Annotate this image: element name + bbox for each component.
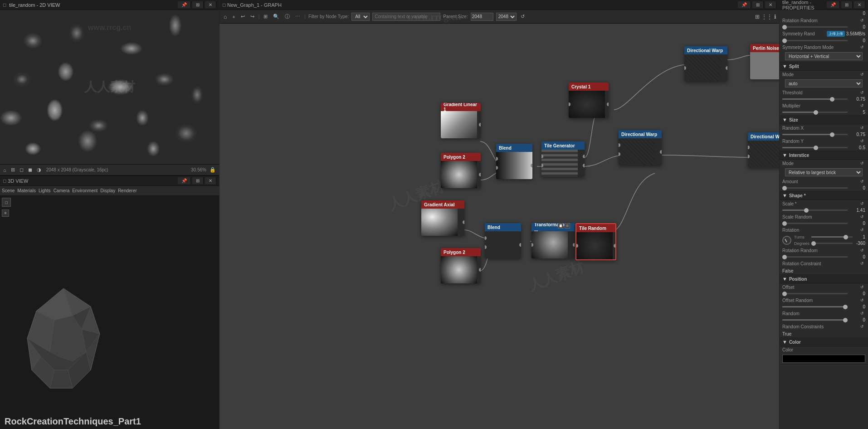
nav-display[interactable]: Display xyxy=(100,188,115,193)
view2d-solid-btn[interactable]: ◼ xyxy=(27,166,34,173)
random-y-reset[interactable]: ↺ xyxy=(859,138,865,144)
rotation-random-prop-thumb[interactable] xyxy=(782,255,787,259)
node-polygon2[interactable]: Polygon 2 xyxy=(441,248,481,283)
offset-slider[interactable] xyxy=(782,293,848,294)
props-close-btn[interactable]: ✕ xyxy=(854,1,865,8)
nav-lights[interactable]: Lights xyxy=(39,188,51,193)
offset-random-thumb[interactable] xyxy=(843,305,848,309)
graph-pin-btn[interactable]: 📌 xyxy=(738,1,751,8)
symmetry-rand-thumb[interactable] xyxy=(782,39,787,43)
graph-expand-btn[interactable]: ⊞ xyxy=(752,1,764,8)
node-tile-generator[interactable]: Tile Generator xyxy=(541,141,585,177)
rotation-random-prop-reset[interactable]: ↺ xyxy=(859,248,865,253)
node-polygon2-port-right[interactable] xyxy=(479,268,481,272)
random-y-thumb[interactable] xyxy=(814,146,818,150)
parent-size-unit[interactable]: 2048 xyxy=(496,13,517,21)
node-directional-warp2-port-right[interactable] xyxy=(726,66,727,70)
parent-size-input[interactable] xyxy=(471,13,493,21)
graph-info-btn[interactable]: ⓘ xyxy=(283,13,291,20)
view2d-grid-btn[interactable]: ⊞ xyxy=(10,166,16,173)
node-directional-warp1[interactable]: Directional Warp xyxy=(619,130,662,166)
node-gradient-axial-port-right[interactable] xyxy=(463,220,464,224)
size-section-header[interactable]: ▼ Size xyxy=(780,116,868,124)
node-tile-random-port-right[interactable] xyxy=(614,244,616,248)
pin-btn[interactable]: 📌 xyxy=(178,1,191,8)
position-random-reset[interactable]: ↺ xyxy=(859,311,865,316)
nav-renderer[interactable]: Renderer xyxy=(118,188,137,193)
random-x-slider[interactable] xyxy=(782,134,848,135)
rotation-random-thumb[interactable] xyxy=(782,25,787,29)
node-gradient-axial[interactable]: Gradient Axial xyxy=(421,200,464,236)
scale-reset[interactable]: ↺ xyxy=(859,201,865,206)
rotation-random-prop-slider[interactable] xyxy=(782,256,848,258)
random-constraints-reset[interactable]: ↺ xyxy=(859,324,865,329)
interstice-mode-select[interactable]: Relative to largest brick xyxy=(785,168,863,176)
scale-slider[interactable] xyxy=(782,210,848,211)
props-pin-btn[interactable]: 📌 xyxy=(827,1,840,8)
expand-btn[interactable]: ⊞ xyxy=(192,1,204,8)
random-x-reset[interactable]: ↺ xyxy=(859,125,865,131)
graph-zoom-fit-btn[interactable]: ⊞ xyxy=(262,13,269,20)
upload-btn[interactable]: 上传上传 xyxy=(827,31,845,37)
scale-random-reset[interactable]: ↺ xyxy=(859,214,865,219)
view2d-shaded-btn[interactable]: ◑ xyxy=(35,166,43,173)
rotation-reset[interactable]: ↺ xyxy=(859,227,865,233)
node-crystal1-port-right[interactable] xyxy=(607,102,609,106)
view2d-wireframe-btn[interactable]: ◻ xyxy=(18,166,25,173)
node-polygon1[interactable]: Polygon 2 xyxy=(441,153,481,188)
node-blend1[interactable]: Blend xyxy=(496,144,532,179)
scale-thumb[interactable] xyxy=(804,208,809,213)
random-x-thumb[interactable] xyxy=(830,132,834,137)
multiplier-slider[interactable] xyxy=(782,112,848,113)
node-directional-warp3[interactable]: Directional Warp xyxy=(748,132,779,168)
scale-random-thumb[interactable] xyxy=(782,221,787,226)
node-icon2[interactable]: ⊞ xyxy=(565,223,570,229)
graph-undo-btn[interactable]: ↩ xyxy=(239,13,246,20)
degrees-thumb[interactable] xyxy=(811,241,816,246)
turns-slider[interactable] xyxy=(811,236,853,238)
node-transformation-port-right[interactable] xyxy=(573,243,575,247)
node-transformation[interactable]: Transformation ... 📋 ⊞ xyxy=(532,223,575,258)
node-tile-generator-port-right1[interactable] xyxy=(583,155,585,158)
rotation-circle[interactable] xyxy=(782,236,791,245)
node-perlin-noise[interactable]: Perlin Noise xyxy=(750,44,779,79)
shape-section-header[interactable]: ▼ Shape * xyxy=(780,191,868,200)
node-directional-warp1-port-right[interactable] xyxy=(660,150,662,154)
filter-refresh-btn[interactable]: ↺ xyxy=(519,13,526,20)
threshold-slider[interactable] xyxy=(782,98,848,100)
multiplier-reset[interactable]: ↺ xyxy=(859,103,865,108)
graph-home-btn[interactable]: ⌂ xyxy=(222,13,228,20)
interstice-mode-reset[interactable]: ↺ xyxy=(859,161,865,166)
interstice-section-header[interactable]: ▼ Interstice xyxy=(780,151,868,160)
view2d-home-btn[interactable]: ⌂ xyxy=(2,167,8,173)
view2d-lock-btn[interactable]: 🔒 xyxy=(208,166,217,173)
rotation-constraint-reset[interactable]: ↺ xyxy=(859,261,865,266)
nav-environment[interactable]: Environment xyxy=(72,188,98,193)
node-blend1-port-right[interactable] xyxy=(531,164,532,167)
rotation-random-reset[interactable]: ↺ xyxy=(859,18,865,23)
degrees-slider[interactable] xyxy=(811,243,853,244)
position-section-header[interactable]: ▼ Position xyxy=(780,275,868,283)
offset-random-slider[interactable] xyxy=(782,306,848,307)
nav-camera[interactable]: Camera xyxy=(54,188,70,193)
interstice-amount-thumb[interactable] xyxy=(782,186,787,190)
split-mode-reset[interactable]: ↺ xyxy=(859,72,865,77)
node-directional-warp2[interactable]: Directional Warp xyxy=(684,46,727,82)
view3d-expand-btn[interactable]: ⊞ xyxy=(192,177,204,184)
color-section-header[interactable]: ▼ Color xyxy=(780,338,868,346)
filter-icon2[interactable]: ⋮⋮ xyxy=(761,14,772,20)
node-icon1[interactable]: 📋 xyxy=(558,223,563,229)
color-swatch[interactable] xyxy=(782,355,865,363)
symmetry-mode-reset[interactable]: ↺ xyxy=(859,44,865,50)
threshold-thumb[interactable] xyxy=(830,97,834,102)
symmetry-rand-slider[interactable] xyxy=(782,40,848,41)
node-gradient-linear1-port-right[interactable] xyxy=(479,123,481,127)
symmetry-mode-select[interactable]: Horizontal + Vertical xyxy=(785,52,863,60)
node-crystal1[interactable]: Crystal 1 xyxy=(569,83,609,118)
close-btn[interactable]: ✕ xyxy=(205,1,216,8)
nav-materials[interactable]: Materials xyxy=(17,188,36,193)
nav-scene[interactable]: Scene xyxy=(2,188,15,193)
node-blend2-port-right[interactable] xyxy=(519,243,521,247)
multiplier-thumb[interactable] xyxy=(814,110,818,115)
scale-random-slider[interactable] xyxy=(782,223,848,224)
